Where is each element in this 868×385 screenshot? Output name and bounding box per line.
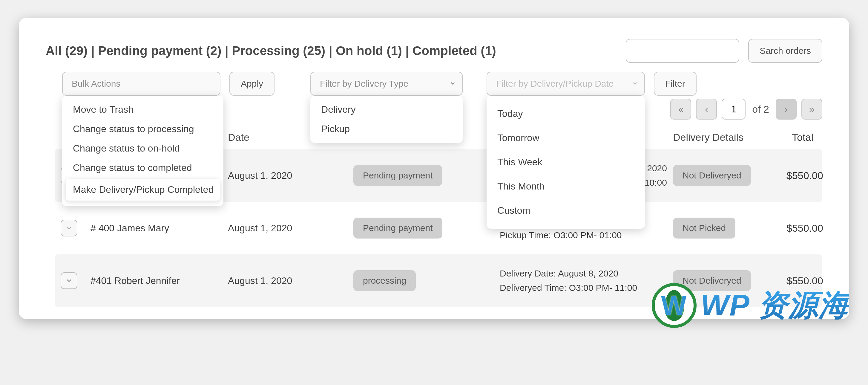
- delivery-status-badge: Not Deliveryed: [673, 270, 751, 291]
- pager-first-button[interactable]: «: [670, 99, 691, 120]
- delivery-type-option[interactable]: Delivery: [310, 100, 463, 119]
- status-badge: processing: [353, 270, 416, 291]
- table-row: # 400 James Mary August 1, 2020 Pending …: [55, 202, 822, 255]
- page-of-label: of 2: [752, 103, 769, 115]
- delivery-date-option[interactable]: This Month: [487, 174, 645, 199]
- orders-panel: All (29) | Pending payment (2) | Process…: [19, 18, 849, 319]
- bulk-actions-wrap: Bulk Actions Move to Trash Change status…: [62, 72, 220, 96]
- bulk-option-highlighted[interactable]: Make Delivery/Pickup Completed: [66, 179, 220, 201]
- chevron-down-icon: [65, 277, 73, 285]
- pager: « ‹ of 2 › »: [670, 99, 822, 120]
- table-row: #401 Robert Jennifer August 1, 2020 proc…: [55, 255, 822, 307]
- delivery-date-option[interactable]: Today: [487, 101, 645, 126]
- total-cell: $550.00: [786, 170, 826, 181]
- date-cell: August 1, 2020: [228, 170, 347, 181]
- delivery-type-select[interactable]: Filter by Delivery Type: [310, 72, 463, 96]
- details-line: Delivery Date: August 8, 2020: [500, 266, 667, 281]
- search-input[interactable]: [626, 39, 739, 63]
- date-cell: August 1, 2020: [228, 223, 347, 234]
- status-filter-summary[interactable]: All (29) | Pending payment (2) | Process…: [46, 43, 496, 58]
- chevrons-left-icon: «: [678, 104, 683, 115]
- delivery-type-wrap: Filter by Delivery Type Delivery Pickup: [310, 72, 463, 96]
- delivery-date-wrap: Filter by Delivery/Pickup Date Today Tom…: [487, 72, 645, 96]
- chevron-left-icon: ‹: [705, 104, 708, 115]
- delivery-date-option[interactable]: Custom: [487, 199, 645, 223]
- chevrons-right-icon: »: [809, 104, 814, 115]
- chevron-right-icon: ›: [785, 104, 788, 115]
- bulk-option[interactable]: Move to Trash: [62, 100, 223, 119]
- bulk-option[interactable]: Change status to on-hold: [62, 139, 223, 158]
- delivery-date-option[interactable]: This Week: [487, 150, 645, 174]
- toolbar: Bulk Actions Move to Trash Change status…: [62, 72, 822, 96]
- row-checkbox[interactable]: [61, 272, 78, 289]
- order-cell[interactable]: #401 Robert Jennifer: [91, 275, 222, 286]
- status-badge: Pending payment: [353, 165, 442, 186]
- pager-last-button[interactable]: »: [801, 99, 822, 120]
- filter-button[interactable]: Filter: [654, 72, 696, 96]
- delivery-date-label: Filter by Delivery/Pickup Date: [496, 79, 614, 89]
- total-cell: $550.00: [786, 275, 826, 287]
- delivery-status-badge: Not Picked: [673, 217, 735, 239]
- total-cell: $550.00: [786, 223, 826, 234]
- delivery-date-select[interactable]: Filter by Delivery/Pickup Date: [487, 72, 645, 96]
- order-cell[interactable]: # 400 James Mary: [91, 223, 222, 234]
- search-orders-button[interactable]: Sarch orders: [748, 39, 822, 63]
- delivery-type-option[interactable]: Pickup: [310, 119, 463, 139]
- row-checkbox[interactable]: [61, 220, 78, 236]
- bulk-option[interactable]: Change status to processing: [62, 119, 223, 139]
- delivery-date-dropdown: Today Tomorrow This Week This Month Cust…: [487, 96, 645, 229]
- col-delivery-details: Delivery Details: [673, 131, 780, 143]
- delivery-type-dropdown: Delivery Pickup: [310, 96, 463, 143]
- delivery-type-label: Filter by Delivery Type: [320, 79, 408, 89]
- top-row: All (29) | Pending payment (2) | Process…: [46, 39, 822, 63]
- chevron-down-icon: [450, 79, 456, 89]
- col-total: Total: [786, 131, 816, 143]
- delivery-date-option[interactable]: Tomorrow: [487, 126, 645, 150]
- chevron-down-icon: [632, 79, 638, 89]
- pager-next-button[interactable]: ›: [776, 99, 797, 120]
- pager-prev-button[interactable]: ‹: [696, 99, 717, 120]
- bulk-actions-select[interactable]: Bulk Actions: [62, 72, 220, 96]
- details-line: Pickup Time: O3:00 PM- 01:00: [500, 228, 667, 242]
- top-right-controls: Sarch orders: [626, 39, 822, 63]
- bulk-actions-label: Bulk Actions: [72, 79, 120, 89]
- bulk-option[interactable]: Change status to completed: [62, 158, 223, 178]
- delivery-status-badge: Not Deliveryed: [673, 165, 751, 186]
- apply-button[interactable]: Apply: [229, 72, 275, 96]
- status-badge: Pending payment: [353, 217, 442, 239]
- details-line: Deliveryed Time: O3:00 PM- 11:00: [500, 281, 667, 295]
- chevron-down-icon: [65, 224, 73, 232]
- date-cell: August 1, 2020: [228, 275, 347, 286]
- page-number-input[interactable]: [722, 99, 746, 120]
- bulk-actions-dropdown: Move to Trash Change status to processin…: [62, 96, 223, 206]
- delivery-details-cell: Delivery Date: August 8, 2020 Deliveryed…: [500, 266, 667, 295]
